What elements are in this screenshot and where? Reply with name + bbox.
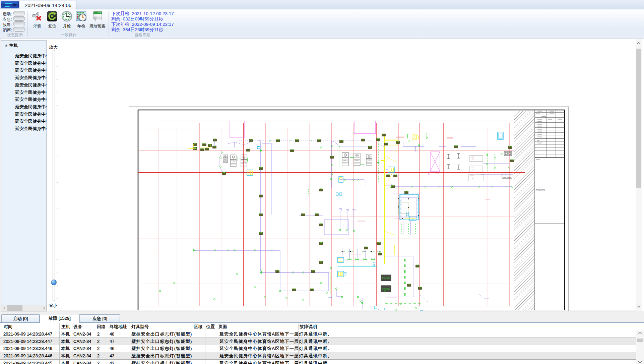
svg-text:经济技术指标: 经济技术指标 xyxy=(536,189,545,191)
svg-text:□□□: □□□ xyxy=(471,167,474,168)
svg-text:□□□□□□: □□□□□□ xyxy=(371,173,377,174)
svg-text:25: 25 xyxy=(472,169,474,170)
svg-text:□□□□□□□□□: □□□□□□□□□ xyxy=(394,217,403,219)
svg-text:□□□□□□□□□□: □□□□□□□□□□ xyxy=(351,253,361,255)
svg-text:□□□□□□□□□: □□□□□□□□□ xyxy=(387,296,396,298)
svg-text:安全出口: 安全出口 xyxy=(382,288,390,290)
svg-text:□□□□□□□□: □□□□□□□□ xyxy=(357,220,365,222)
svg-text:12: 12 xyxy=(472,158,474,160)
svg-text:□□□: □□□ xyxy=(471,156,474,158)
svg-text:□□□□: □□□□ xyxy=(436,172,439,174)
svg-text:□□□□: □□□□ xyxy=(470,175,474,177)
svg-text:安全出口: 安全出口 xyxy=(382,277,390,280)
